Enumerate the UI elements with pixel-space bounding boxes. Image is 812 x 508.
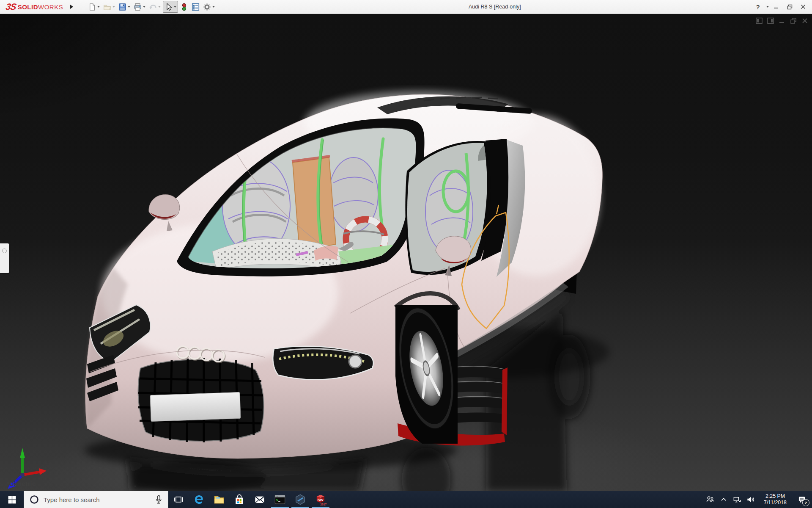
view-orientation-label: *Dimetric [7, 480, 36, 487]
flyout-dot-icon [2, 248, 7, 253]
windows-logo-icon [8, 496, 16, 504]
front-grille[interactable] [138, 358, 264, 442]
close-button[interactable] [797, 1, 809, 12]
dropdown-caret-icon[interactable] [158, 6, 161, 8]
right-pane-icon[interactable] [767, 17, 774, 25]
command-prompt-button[interactable]: C:\ [270, 491, 290, 508]
print-button[interactable] [132, 1, 147, 12]
license-plate [150, 392, 241, 421]
save-floppy-icon [118, 3, 126, 11]
people-icon [706, 495, 714, 504]
minimize-button[interactable] [770, 1, 782, 12]
volume-icon [746, 495, 755, 504]
dropdown-caret-icon[interactable] [174, 6, 176, 8]
store-icon [234, 494, 245, 505]
left-pane-icon[interactable] [755, 17, 763, 25]
file-explorer-icon [214, 494, 225, 505]
dropdown-caret-icon[interactable] [112, 6, 115, 8]
cortana-icon [29, 494, 39, 505]
action-center-button[interactable]: 2 [793, 491, 810, 508]
mail-icon [254, 494, 265, 505]
search-input[interactable] [43, 496, 149, 504]
doc-minimize-icon[interactable] [778, 17, 786, 25]
gear-icon [203, 3, 211, 11]
svg-text:C:\: C:\ [276, 495, 278, 497]
graphics-viewport[interactable]: *Dimetric [0, 14, 812, 491]
windows-taskbar: C:\ SW 2017 [0, 491, 812, 508]
mail-button[interactable] [250, 491, 270, 508]
system-tray: 2:25 PM 7/11/2018 2 [704, 491, 812, 508]
dropdown-caret-icon[interactable] [128, 6, 130, 8]
volume-button[interactable] [744, 491, 757, 508]
print-icon [134, 3, 142, 11]
select-arrow-icon [165, 3, 173, 11]
display-states-button[interactable] [179, 1, 189, 12]
save-button[interactable] [117, 1, 132, 12]
new-document-icon [88, 3, 96, 11]
menu-expand-arrow-icon[interactable] [67, 1, 76, 12]
chevron-up-icon [720, 496, 727, 503]
clock[interactable]: 2:25 PM 7/11/2018 [758, 493, 793, 506]
help-caret-icon[interactable] [766, 6, 769, 8]
network-button[interactable] [731, 491, 743, 508]
command-prompt-icon: C:\ [274, 494, 286, 505]
undo-button[interactable] [148, 1, 162, 12]
network-icon [733, 495, 741, 504]
tray-overflow-button[interactable] [717, 491, 730, 508]
help-button[interactable]: ? [752, 1, 764, 12]
quick-access-toolbar [87, 0, 217, 14]
brand-wordmark: SOLIDWORKS [18, 3, 63, 11]
options-panes-button[interactable] [190, 1, 201, 12]
solidworks-logo: 3S SOLIDWORKS [6, 0, 63, 14]
open-button[interactable] [102, 1, 116, 12]
dassault-3s-icon: 3S [5, 2, 17, 12]
window-controls: ? [752, 0, 809, 14]
settings-button[interactable] [202, 1, 216, 12]
task-view-button[interactable] [168, 491, 189, 508]
undo-icon [149, 3, 157, 11]
taskbar-search[interactable] [24, 491, 168, 508]
edge-button[interactable] [189, 491, 209, 508]
edge-icon [193, 494, 204, 505]
featuremanager-flyout-tab[interactable] [0, 243, 9, 273]
open-folder-icon [103, 3, 111, 11]
solidworks-2017-button[interactable]: SW 2017 [310, 491, 331, 508]
store-button[interactable] [229, 491, 250, 508]
window-title: Audi R8 S [Read-only] [469, 0, 521, 14]
doc-close-icon[interactable] [801, 17, 809, 25]
dropdown-caret-icon[interactable] [97, 6, 100, 8]
pane-list-icon [192, 3, 200, 11]
clock-time: 2:25 PM [760, 493, 791, 500]
start-button[interactable] [0, 491, 24, 508]
app-titlebar: 3S SOLIDWORKS [0, 0, 812, 14]
new-document-button[interactable] [87, 1, 101, 12]
hexagon-app-button[interactable] [290, 491, 310, 508]
hexagon-app-icon [294, 494, 306, 505]
traffic-light-icon [180, 3, 188, 11]
doc-restore-icon[interactable] [790, 17, 797, 25]
dropdown-caret-icon[interactable] [143, 6, 145, 8]
solidworks-2017-icon: SW 2017 [314, 493, 327, 506]
notification-badge: 2 [802, 499, 809, 506]
dropdown-caret-icon[interactable] [212, 6, 215, 8]
model-render [0, 14, 812, 491]
clock-date: 7/11/2018 [760, 500, 791, 506]
select-tool-button[interactable] [163, 1, 178, 13]
document-window-controls [755, 17, 809, 25]
svg-text:2017: 2017 [320, 503, 326, 506]
file-explorer-button[interactable] [209, 491, 229, 508]
microphone-icon[interactable] [154, 495, 163, 504]
people-button[interactable] [704, 491, 716, 508]
restore-button[interactable] [783, 1, 796, 12]
svg-text:SW: SW [318, 498, 324, 502]
task-view-icon [174, 495, 183, 504]
